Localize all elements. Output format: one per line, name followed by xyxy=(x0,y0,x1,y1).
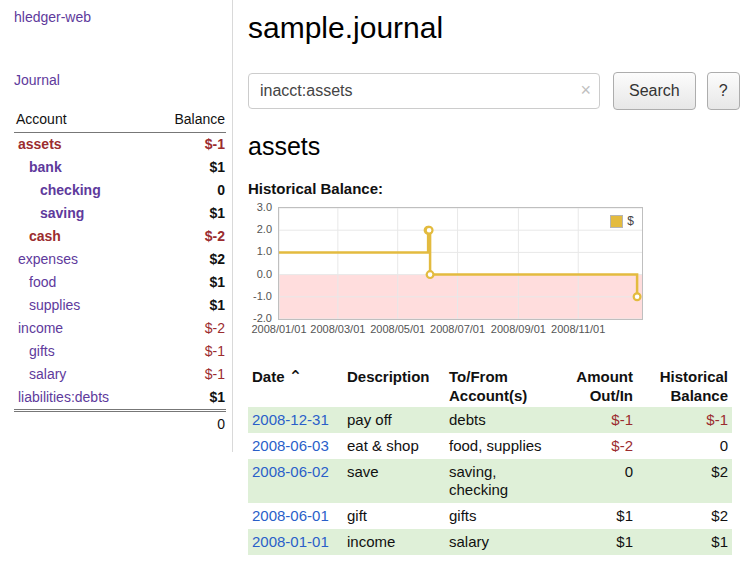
x-tick-label: 2008/03/01 xyxy=(310,323,365,335)
chart-legend: $ xyxy=(607,213,637,229)
account-link-bank[interactable]: bank xyxy=(29,159,62,175)
legend-swatch-icon xyxy=(610,215,623,228)
account-row: liabilities:debts $1 xyxy=(14,386,226,411)
transaction-date-link[interactable]: 2008-12-31 xyxy=(252,411,329,428)
chart-y-axis: 3.02.01.00.0-1.0-2.0 xyxy=(248,207,278,320)
transaction-accounts: saving, checking xyxy=(445,459,555,503)
account-balance: $-1 xyxy=(150,340,226,363)
transaction-amount: $1 xyxy=(555,503,637,529)
account-link-gifts[interactable]: gifts xyxy=(29,343,55,359)
account-balance: $1 xyxy=(150,386,226,411)
account-row: checking 0 xyxy=(14,179,226,202)
help-button[interactable]: ? xyxy=(707,72,740,110)
account-balance: $1 xyxy=(150,202,226,225)
main-content: sample.journal × Search ? assets Histori… xyxy=(233,0,742,582)
transaction-date-link[interactable]: 2008-06-03 xyxy=(252,437,329,454)
chart-plot-area: $ xyxy=(278,207,643,320)
account-row: saving $1 xyxy=(14,202,226,225)
transaction-description: save xyxy=(343,459,445,503)
chart-title: Historical Balance: xyxy=(248,180,740,197)
account-balance: $-2 xyxy=(150,317,226,340)
account-row: expenses $2 xyxy=(14,248,226,271)
account-row: bank $1 xyxy=(14,156,226,179)
brand-link[interactable]: hledger-web xyxy=(14,9,91,25)
transaction-row: 2008-06-01 gift gifts $1 $2 xyxy=(248,503,732,529)
transaction-balance: 0 xyxy=(637,433,732,459)
account-row: salary $-1 xyxy=(14,363,226,386)
date-sort-link[interactable]: Date ⌃ xyxy=(252,368,302,385)
transaction-accounts: salary xyxy=(445,529,555,555)
column-header-balance: Historical Balance xyxy=(637,365,732,407)
accounts-total: 0 xyxy=(150,411,226,437)
accounts-header-account: Account xyxy=(14,108,150,133)
account-link-saving[interactable]: saving xyxy=(40,205,84,221)
account-link-expenses[interactable]: expenses xyxy=(18,251,78,267)
transaction-date-link[interactable]: 2008-01-01 xyxy=(252,533,329,550)
nav-journal-link[interactable]: Journal xyxy=(14,72,232,88)
search-button[interactable]: Search xyxy=(613,72,696,110)
x-tick-label: 2008/07/01 xyxy=(430,323,485,335)
account-balance: $2 xyxy=(150,248,226,271)
transaction-accounts: gifts xyxy=(445,503,555,529)
x-tick-label: 2008/09/01 xyxy=(491,323,546,335)
column-header-description: Description xyxy=(343,365,445,407)
account-link-checking[interactable]: checking xyxy=(40,182,101,198)
transaction-row: 2008-06-02 save saving, checking 0 $2 xyxy=(248,459,732,503)
transaction-balance: $2 xyxy=(637,459,732,503)
account-link-cash[interactable]: cash xyxy=(29,228,61,244)
account-link-assets[interactable]: assets xyxy=(18,136,62,152)
y-tick-label: 0.0 xyxy=(257,268,272,280)
search-input[interactable] xyxy=(248,73,600,109)
balance-chart: 3.02.01.00.0-1.0-2.0 $ xyxy=(248,207,740,320)
account-balance: $-1 xyxy=(150,363,226,386)
transaction-description: eat & shop xyxy=(343,433,445,459)
account-row: gifts $-1 xyxy=(14,340,226,363)
account-link-income[interactable]: income xyxy=(18,320,63,336)
transaction-balance: $1 xyxy=(637,529,732,555)
accounts-header-row: Account Balance xyxy=(14,108,226,133)
transaction-date-link[interactable]: 2008-06-01 xyxy=(252,507,329,524)
transaction-description: income xyxy=(343,529,445,555)
account-link-salary[interactable]: salary xyxy=(29,366,66,382)
page-title: sample.journal xyxy=(248,10,740,46)
transaction-balance: $2 xyxy=(637,503,732,529)
column-header-accounts: To/From Account(s) xyxy=(445,365,555,407)
chart-x-axis: 2008/01/012008/03/012008/05/012008/07/01… xyxy=(279,320,642,338)
account-link-supplies[interactable]: supplies xyxy=(29,297,80,313)
transaction-date-link[interactable]: 2008-06-02 xyxy=(252,463,329,480)
legend-label: $ xyxy=(627,214,634,228)
transaction-row: 2008-12-31 pay off debts $-1 $-1 xyxy=(248,407,732,433)
x-tick-label: 2008/05/01 xyxy=(370,323,425,335)
transaction-description: pay off xyxy=(343,407,445,433)
account-balance: $-1 xyxy=(150,133,226,157)
transaction-accounts: debts xyxy=(445,407,555,433)
transaction-row: 2008-06-03 eat & shop food, supplies $-2… xyxy=(248,433,732,459)
account-balance: $1 xyxy=(150,271,226,294)
account-balance: $1 xyxy=(150,294,226,317)
account-link-liabilities-debts[interactable]: liabilities:debts xyxy=(18,389,109,405)
accounts-total-row: 0 xyxy=(14,411,226,437)
account-balance: 0 xyxy=(150,179,226,202)
accounts-header-balance: Balance xyxy=(150,108,226,133)
transaction-description: gift xyxy=(343,503,445,529)
register-table: Date ⌃ Description To/From Account(s) Am… xyxy=(248,365,732,555)
account-balance: $1 xyxy=(150,156,226,179)
account-row: food $1 xyxy=(14,271,226,294)
transaction-amount: 0 xyxy=(555,459,637,503)
account-balance: $-2 xyxy=(150,225,226,248)
section-title: assets xyxy=(248,132,740,161)
account-link-food[interactable]: food xyxy=(29,274,56,290)
accounts-table: Account Balance assets $-1 bank $1 check… xyxy=(14,108,226,436)
y-tick-label: 3.0 xyxy=(257,201,272,213)
account-row: cash $-2 xyxy=(14,225,226,248)
y-tick-label: 2.0 xyxy=(257,223,272,235)
transaction-balance: $-1 xyxy=(637,407,732,433)
sidebar: hledger-web Journal Account Balance asse… xyxy=(0,0,233,452)
transaction-amount: $-1 xyxy=(555,407,637,433)
x-tick-label: 2008/11/01 xyxy=(551,323,605,335)
transaction-amount: $1 xyxy=(555,529,637,555)
sort-ascending-icon: ⌃ xyxy=(289,368,302,385)
x-tick-label: 2008/01/01 xyxy=(251,323,306,335)
transaction-row: 2008-01-01 income salary $1 $1 xyxy=(248,529,732,555)
clear-search-icon[interactable]: × xyxy=(580,80,591,100)
